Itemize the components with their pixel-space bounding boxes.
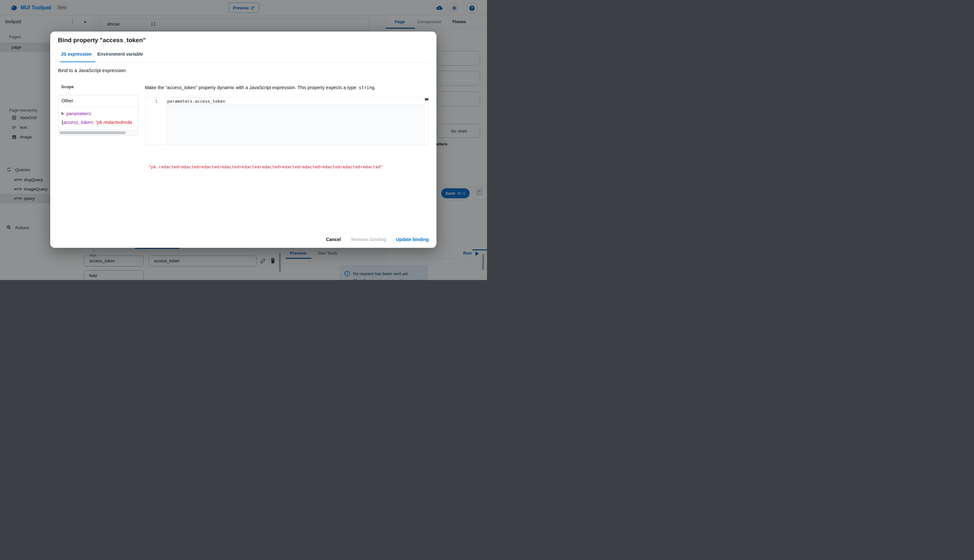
tab-js-expression[interactable]: JS expression [61, 52, 92, 57]
update-binding-button[interactable]: Update binding [396, 237, 429, 242]
scope-node-label: parameters: [66, 111, 92, 116]
app-window: MUI Toolpad Beta Preview ? toolpad ⋮ ▸ P… [0, 0, 487, 280]
line-number: 1 [146, 99, 157, 103]
bind-property-dialog: Bind property "access_token" JS expressi… [50, 32, 436, 248]
description-prefix: Make the "access_token" property dynamic… [145, 85, 359, 90]
scope-group-label: Other [62, 98, 73, 103]
preview-colon: : [93, 119, 95, 125]
dialog-tabs-divider [58, 62, 429, 62]
tree-expander-icon[interactable] [62, 112, 64, 115]
editor-scrollbar-thumb[interactable] [425, 98, 429, 100]
description-suffix: . [374, 85, 376, 90]
remove-binding-button[interactable]: Remove binding [351, 237, 386, 242]
dialog-subtitle: Bind to a JavaScript expression. [58, 68, 127, 73]
dialog-footer: Cancel Remove binding Update binding [326, 237, 429, 242]
dialog-title: Bind property "access_token" [58, 37, 146, 44]
editor-gutter [146, 98, 165, 145]
code-editor[interactable]: 1 parameters.access_token [145, 97, 429, 145]
scope-node-parameters[interactable]: parameters: [62, 111, 92, 116]
type-name: string [359, 85, 374, 90]
tab-environment-variable[interactable]: Environment variable [97, 52, 143, 57]
cancel-button[interactable]: Cancel [326, 237, 341, 242]
evaluated-result: "pk.redactedredactedredactedredactedreda… [149, 165, 383, 169]
preview-value: "pk.redactedreda [95, 119, 132, 125]
preview-key: access_token [63, 119, 93, 125]
code-content[interactable]: parameters.access_token [167, 99, 225, 103]
scope-label: Scope [61, 84, 74, 89]
editor-description: Make the "access_token" property dynamic… [145, 85, 376, 90]
scope-tree-panel[interactable]: Other parameters: {access_token: "pk.red… [58, 95, 138, 136]
scope-node-preview: {access_token: "pk.redactedreda [62, 119, 132, 125]
scope-divider [58, 107, 138, 107]
editor-scrollbar-track [425, 98, 429, 145]
scope-scrollbar-thumb[interactable] [60, 131, 125, 134]
